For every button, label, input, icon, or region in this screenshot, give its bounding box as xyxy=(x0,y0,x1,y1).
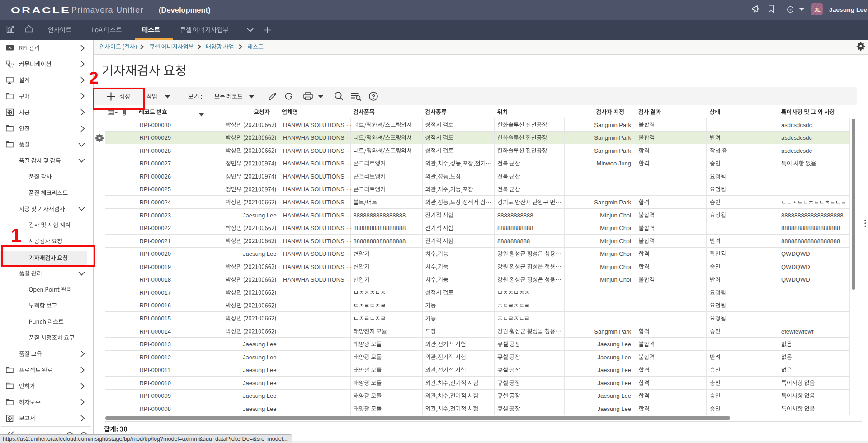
svg-text:?: ? xyxy=(789,7,792,12)
svg-text:JL: JL xyxy=(814,7,820,13)
svg-text:?: ? xyxy=(372,93,375,100)
